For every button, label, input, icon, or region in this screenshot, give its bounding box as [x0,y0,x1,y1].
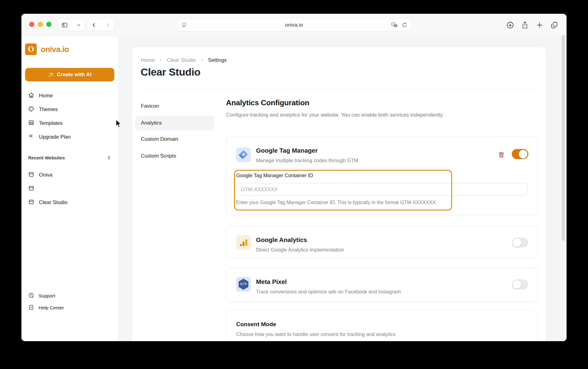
sidebar-item-label: Help Center [39,305,64,311]
google-analytics-card: Google Analytics Direct Google Analytics… [226,226,537,259]
sidebar-item-home[interactable]: Home [21,89,118,102]
chat-question-icon: ? [28,293,34,300]
sidebar-item-support[interactable]: ? Support [21,290,118,302]
sidebar-item-upgrade-plan[interactable]: Upgrade Plan [21,131,118,144]
breadcrumb-home[interactable]: Home [141,57,155,63]
ga-toggle[interactable] [512,237,528,248]
browser-window-icon [28,199,34,207]
sidebar-toggle-icon[interactable] [61,22,68,28]
back-button[interactable] [88,19,101,31]
recent-site-oniva[interactable]: Oniva [21,169,118,181]
recent-websites-label: Recent Websites [28,155,65,160]
settings-page-card: Home Clear Studio Settings Clear Studio … [132,47,546,341]
recent-websites-header: Recent Websites [28,155,111,160]
share-icon[interactable] [521,21,529,29]
tab-custom-domain[interactable]: Custom Domain [135,132,214,147]
recent-site-clear-studio[interactable]: Clear Studio [21,196,118,209]
gtm-subtitle: Manage multiple tracking codes through G… [256,158,358,163]
tab-analytics[interactable]: Analytics [135,116,214,130]
tab-favicon[interactable]: Favicon [135,99,214,114]
address-bar[interactable]: oniva.io A x [176,19,412,31]
browser-window-icon [28,185,34,193]
forward-button[interactable] [101,19,114,31]
sidebar-item-label: Support [39,293,55,299]
sidebar-toggle-group[interactable] [58,19,85,31]
recent-site-label: Oniva [39,172,52,178]
tab-custom-scripts[interactable]: Custom Scripts [135,149,214,163]
meta-pixel-title: Meta Pixel [256,278,287,285]
close-window-button[interactable] [29,22,34,27]
recent-site-label: Clear Studio [39,199,68,206]
google-analytics-icon [236,235,251,250]
ga-title: Google Analytics [256,236,307,244]
logo-text: oniva.io [41,45,69,54]
section-subtitle: Configure tracking and analytics for you… [226,112,444,118]
history-nav-group [87,19,114,31]
divider [141,89,537,90]
svg-text:A: A [393,23,394,25]
chevron-right-icon [200,58,204,62]
gtm-title: Google Tag Manager [256,147,318,154]
url-text[interactable]: oniva.io [176,22,412,28]
sidebar-item-templates[interactable]: Templates [21,117,118,130]
section-title: Analytics Configuration [226,99,309,107]
sort-updown-icon[interactable] [107,155,111,160]
page-format-icon[interactable] [181,22,187,28]
page-title: Clear Studio [141,66,200,78]
tab-overview-icon[interactable] [550,21,559,29]
trash-icon[interactable] [498,151,505,158]
sidebar-item-help-center[interactable]: ? Help Center [21,302,118,314]
new-tab-icon[interactable] [535,21,544,29]
gtm-toggle[interactable] [512,149,528,159]
svg-text:?: ? [30,306,32,309]
sidebar-item-label: Templates [39,120,62,126]
create-with-ai-label: Create with AI [57,72,92,78]
meta-pixel-card: </> Meta Pixel Track conversions and opt… [226,267,537,302]
gtm-helper-text: Enter your Google Tag Manager Container … [236,200,437,205]
app-logo[interactable]: O oniva.io [25,43,69,55]
meta-pixel-subtitle: Track conversions and optimize ads on Fa… [256,289,401,295]
browser-toolbar: oniva.io A x [21,14,567,36]
consent-mode-subtitle: Choose how you want to handle user conse… [236,331,396,337]
ga-subtitle: Direct Google Analytics implementation [256,247,344,253]
browser-window-icon [28,171,34,179]
main-content-area: Home Clear Studio Settings Clear Studio … [118,36,567,341]
wand-icon [48,72,54,78]
minimize-window-button[interactable] [38,22,43,27]
home-icon [28,92,34,100]
palette-icon [28,106,34,114]
gtm-field-label: Google Tag Manager Container ID [236,173,313,178]
consent-mode-card: Consent Mode Choose how you want to hand… [226,310,537,341]
google-tag-manager-card: Google Tag Manager Manage multiple track… [226,136,537,215]
download-icon[interactable] [506,21,514,29]
consent-mode-title: Consent Mode [236,321,276,328]
sidebar-item-label: Upgrade Plan [39,134,71,140]
meta-pixel-toggle[interactable] [512,279,528,289]
page-scrollbar[interactable] [562,35,565,241]
doc-question-icon: ? [28,304,34,311]
chevron-right-icon [159,58,163,62]
translate-icon[interactable]: A x [391,22,398,28]
reload-icon[interactable] [401,22,407,28]
sidebar-item-label: Home [39,93,53,99]
create-with-ai-button[interactable]: Create with AI [25,68,114,81]
gtm-icon [236,147,251,162]
sidebar-item-themes[interactable]: Themes [21,103,118,116]
divider [226,130,537,130]
sparkle-icon [28,133,34,141]
breadcrumb: Home Clear Studio Settings [141,57,227,63]
browser-window: oniva.io A x [21,14,567,341]
templates-icon [28,120,34,127]
gtm-container-id-input[interactable] [236,183,528,196]
chevron-down-icon[interactable] [77,23,81,27]
sidebar-item-label: Themes [39,106,58,113]
recent-site-untitled[interactable] [21,182,118,195]
logo-icon: O [25,43,37,55]
breadcrumb-settings: Settings [208,57,227,63]
zoom-window-button[interactable] [46,22,51,27]
meta-pixel-icon: </> [236,277,251,292]
svg-text:?: ? [30,294,32,297]
breadcrumb-clear-studio[interactable]: Clear Studio [167,57,196,63]
app-sidebar: O oniva.io Create with AI [21,36,118,341]
